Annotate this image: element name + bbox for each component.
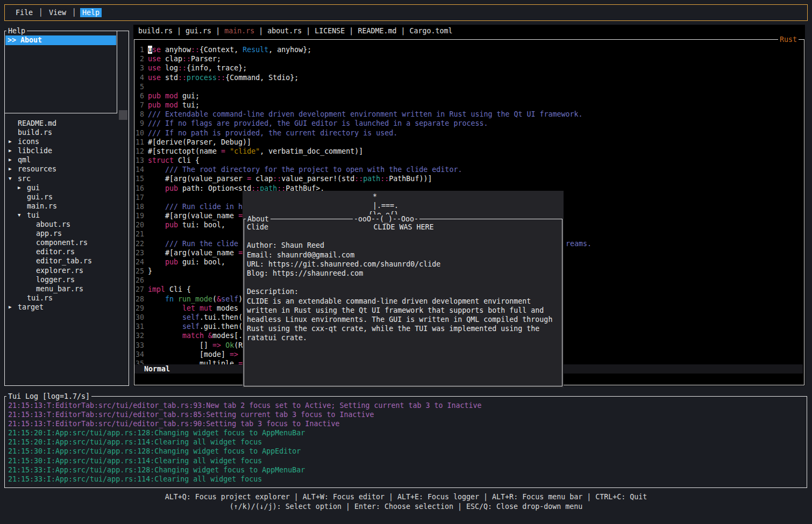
log-entry-info: 21:15:33:I:App:src/tui/app.rs:114:Cleari…: [8, 475, 807, 484]
code-line: 5: [134, 82, 803, 91]
explorer-item-about.rs[interactable]: about.rs: [5, 220, 128, 229]
code-token: value_parser!(std: [281, 175, 354, 183]
code-text: self.tui.then(: [148, 313, 243, 322]
code-token: ::: [178, 64, 187, 72]
log-entry-trace: 21:15:13:T:EditorTab:src/tui/editor_tab.…: [8, 410, 807, 419]
about-dialog-content: ClideCLIDE WAS HEREAuthor: Shaun ReedEma…: [247, 222, 560, 342]
line-number: 9: [134, 119, 144, 128]
code-line: 14 /// The root directory for the projec…: [134, 165, 803, 174]
line-number: 24: [134, 257, 144, 267]
code-text: #[arg(value_parser = clap::value_parser!…: [148, 174, 432, 183]
explorer-item-editor.rs[interactable]: editor.rs: [5, 247, 128, 256]
line-number: 8: [134, 110, 144, 119]
code-token: ::: [273, 175, 281, 183]
about-dialog-row-center: CLIDE WAS HERE: [373, 222, 433, 232]
code-line: 11#[derive(Parser, Debug)]: [134, 138, 803, 147]
explorer-item-label: about.rs: [36, 220, 70, 229]
footer-keybinds-line1: ALT+Q: Focus project explorer | ALT+W: F…: [0, 492, 812, 502]
explorer-item-tui[interactable]: ▼tui: [5, 211, 128, 220]
code-token: /// If no path is provided, the current …: [148, 129, 397, 137]
about-dialog-row: Author: Shaun Reed: [247, 241, 560, 250]
line-number: 3: [134, 63, 144, 73]
help-dropdown-title: Help: [6, 26, 27, 35]
explorer-item-icons[interactable]: ▶icons: [5, 137, 128, 146]
explorer-item-menu_bar.rs[interactable]: menu_bar.rs: [5, 284, 128, 293]
code-token: &: [208, 332, 212, 340]
log-entry-info: 21:15:20:I:App:src/tui/app.rs:114:Cleari…: [8, 437, 807, 447]
line-number: 33: [134, 341, 144, 350]
code-token: gui;: [178, 92, 200, 100]
code-token: use: [148, 64, 161, 72]
tab-about.rs[interactable]: about.rs: [267, 27, 302, 35]
code-text: #[arg(value_name =: [148, 211, 243, 220]
explorer-item-label: tui.rs: [27, 293, 53, 303]
log-panel: Tui Log [log=1.7/s] 21:15:13:T:EditorTab…: [4, 396, 807, 488]
code-token: anyhow: [161, 46, 191, 54]
tab-Cargo.toml[interactable]: Cargo.toml: [409, 27, 452, 35]
tab-LICENSE[interactable]: LICENSE: [315, 27, 345, 35]
code-token: [204, 332, 208, 340]
code-token: /// Run clide in h: [148, 203, 243, 211]
explorer-item-build.rs[interactable]: build.rs: [5, 128, 128, 137]
explorer-item-tui.rs[interactable]: tui.rs: [5, 293, 128, 303]
menu-option-about[interactable]: >> About: [5, 35, 116, 45]
clide-tui-app: { "colors": { "window_bg": "#1b1d23", "e…: [0, 0, 812, 524]
code-token: =>: [212, 341, 221, 349]
about-dialog-border: About -ooO--(_)--Ooo- ClideCLIDE WAS HER…: [244, 219, 562, 386]
explorer-item-label: libclide: [18, 146, 52, 155]
explorer-item-target[interactable]: ▶target: [5, 303, 128, 312]
code-token: ::: [178, 74, 187, 82]
code-text: /// The root directory for the project t…: [148, 165, 462, 174]
explorer-item-logger.rs[interactable]: logger.rs: [5, 275, 128, 284]
explorer-scrollbar-thumb[interactable]: [119, 110, 127, 120]
code-text: #[derive(Parser, Debug)]: [148, 138, 251, 147]
explorer-item-label: icons: [18, 137, 39, 146]
about-dialog: * |.===. {}o o{} About -ooO--(_)--Ooo- C…: [243, 191, 564, 388]
explorer-item-explorer.rs[interactable]: explorer.rs: [5, 266, 128, 275]
code-token: impl: [148, 285, 165, 293]
explorer-item-libclide[interactable]: ▶libclide: [5, 146, 128, 155]
explorer-item-qml[interactable]: ▶qml: [5, 155, 128, 164]
code-line: 9/// If no flags are provided, the GUI e…: [134, 119, 803, 128]
footer-help: ALT+Q: Focus project explorer | ALT+W: F…: [0, 492, 812, 511]
code-line: 3use log::{info, trace};: [134, 63, 803, 73]
explorer-item-main.rs[interactable]: main.rs: [5, 202, 128, 211]
line-number: 10: [134, 128, 144, 138]
explorer-item-README.md[interactable]: README.md: [5, 119, 128, 128]
code-token: ::: [354, 175, 363, 183]
code-token: , verbatim_doc_comment)]: [260, 147, 363, 155]
code-token: self: [148, 322, 200, 331]
tab-build.rs[interactable]: build.rs: [138, 27, 173, 35]
explorer-item-resources[interactable]: ▶resources: [5, 164, 128, 174]
menu-bar: File│View│Help: [4, 4, 808, 21]
line-number: 2: [134, 54, 144, 63]
code-token: }: [148, 267, 152, 275]
folder-collapsed-icon: ▶: [8, 137, 18, 146]
tab-gui.rs[interactable]: gui.rs: [186, 27, 211, 35]
code-text: /// Run the clide: [148, 239, 243, 248]
code-token: #[arg(value_name: [148, 249, 238, 257]
code-token: pub: [148, 258, 178, 266]
menu-item-view[interactable]: View: [47, 8, 68, 17]
explorer-item-editor_tab.rs[interactable]: editor_tab.rs: [5, 256, 128, 265]
about-dialog-row: CLIDE is an extendable command-line driv…: [247, 297, 560, 306]
explorer-item-label: component.rs: [36, 238, 88, 247]
explorer-item-gui.rs[interactable]: gui.rs: [5, 192, 128, 202]
explorer-item-src[interactable]: ▼src: [5, 174, 128, 183]
tab-separator: |: [173, 27, 186, 35]
menu-item-help[interactable]: Help: [80, 8, 102, 17]
code-token: std: [161, 74, 178, 82]
tab-README.md[interactable]: README.md: [358, 27, 396, 35]
explorer-item-component.rs[interactable]: component.rs: [5, 238, 128, 247]
code-text: /// Extendable command-line driven devel…: [148, 110, 583, 119]
code-token: "clide": [230, 147, 260, 155]
explorer-item-gui[interactable]: ▶gui: [5, 183, 128, 192]
code-text: }: [148, 267, 152, 276]
menu-item-file[interactable]: File: [13, 8, 35, 17]
tab-main.rs[interactable]: main.rs: [224, 27, 254, 35]
code-token: {info, trace};: [187, 64, 247, 72]
code-token: Cli {: [174, 156, 200, 164]
explorer-item-app.rs[interactable]: app.rs: [5, 229, 128, 238]
code-text: [mode] =>: [148, 350, 238, 359]
code-token: tui;: [178, 101, 200, 109]
